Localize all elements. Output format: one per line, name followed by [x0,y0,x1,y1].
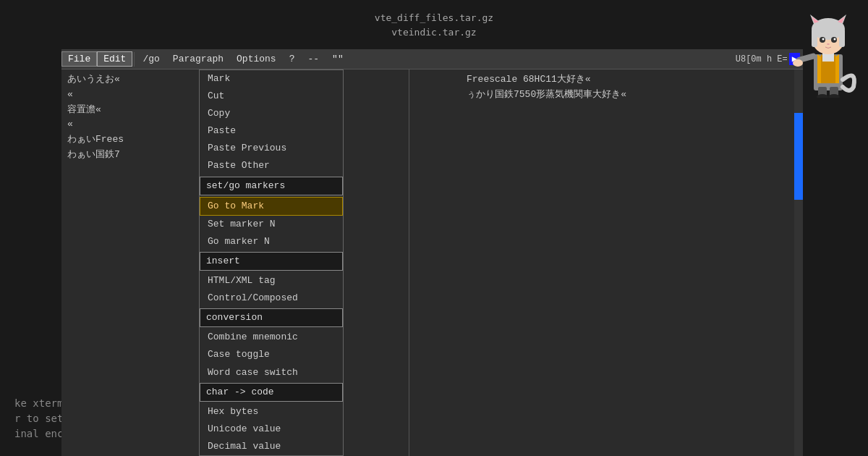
menu-paragraph[interactable]: Paragraph [166,51,230,67]
menu-item-combine-mnemonic[interactable]: Combine mnemonic [200,329,343,346]
scrollbar[interactable] [794,69,803,456]
terminal-content: あいうえお« « 容置澹« « わぁいFrees わぁい国鉄7 Mark Cut… [61,69,803,456]
svg-point-15 [834,38,836,41]
anime-character [792,4,864,98]
menu-options[interactable]: Options [230,51,283,67]
status-text: U8[0m h E= [736,54,788,64]
menu-dash[interactable]: -- [301,51,326,67]
menu-item-paste[interactable]: Paste [200,122,343,140]
menu-item-word-case-switch[interactable]: Word case switch [200,364,343,381]
menu-item-set-marker-n[interactable]: Set marker N [200,216,343,233]
svg-rect-7 [839,29,845,47]
menu-section-char-code[interactable]: char -> code [200,383,343,402]
svg-rect-6 [812,29,817,47]
menu-item-unicode-value[interactable]: Unicode value [200,421,343,438]
right-line-4: ぅかり国鉄7550形蒸気機関車大好き« [467,88,797,103]
menu-section-insert[interactable]: insert [200,252,343,271]
menu-go[interactable]: /go [136,51,166,67]
menu-item-cut[interactable]: Cut [200,88,343,105]
menu-item-paste-previous[interactable]: Paste Previous [200,140,343,157]
menu-section-set-go-markers[interactable]: set/go markers [200,177,343,195]
menu-help[interactable]: ? [283,51,302,67]
dropdown-overlay: Mark Cut Copy Paste Paste Previous Paste… [199,69,344,456]
character-svg [792,4,864,98]
vertical-divider [409,69,409,456]
menu-item-go-marker-n[interactable]: Go marker N [200,233,343,250]
menu-sep1 [134,52,135,67]
svg-point-14 [822,38,825,41]
menu-edit[interactable]: Edit [97,51,132,67]
menu-item-copy[interactable]: Copy [200,105,343,122]
menu-file[interactable]: File [61,51,97,67]
menu-item-decimal-value[interactable]: Decimal value [200,438,343,455]
edit-dropdown-menu: Mark Cut Copy Paste Paste Previous Paste… [199,69,344,456]
menu-section-conversion[interactable]: conversion [200,308,343,327]
terminal-window: File Edit /go Paragraph Options ? -- "" … [61,49,803,456]
menu-item-paste-other[interactable]: Paste Other [200,157,343,174]
menu-bar: File Edit /go Paragraph Options ? -- "" … [61,49,803,69]
menu-item-control-composed[interactable]: Control/Composed [200,290,343,307]
menu-item-mark[interactable]: Mark [200,70,343,88]
menu-item-go-to-mark[interactable]: Go to Mark [200,197,343,216]
svg-point-18 [793,59,803,67]
scrollbar-thumb[interactable] [794,113,803,200]
menu-item-case-toggle[interactable]: Case toggle [200,346,343,363]
menu-quotes[interactable]: "" [326,51,350,67]
menu-item-html-xml-tag[interactable]: HTML/XML tag [200,272,343,290]
bg-top-text: vte_diff_files.tar.gz vteindic.tar.gz [14,7,854,39]
svg-point-16 [827,43,830,45]
menu-item-hex-bytes[interactable]: Hex bytes [200,403,343,421]
right-line-3: Freescale 68HC11大好き« [467,72,797,88]
